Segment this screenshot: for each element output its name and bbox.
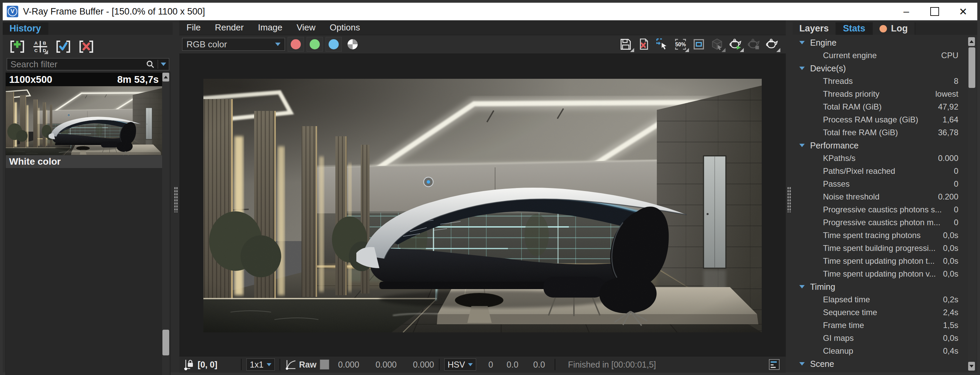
vray-logo-icon: V (7, 6, 18, 17)
history-panel: History A B C D (3, 20, 173, 372)
separator (280, 359, 280, 370)
render-image (204, 79, 762, 332)
green-circle-icon (310, 39, 320, 49)
tab-stats[interactable]: Stats (836, 22, 873, 35)
red-circle-icon (291, 39, 301, 49)
clear-image-button[interactable] (635, 36, 653, 53)
splitter-grip-icon (787, 187, 791, 212)
history-toolbar: A B C D (9, 38, 95, 56)
stats-section-performance[interactable]: Performance (792, 139, 967, 152)
right-splitter[interactable] (786, 20, 792, 372)
remove-image-button[interactable] (78, 38, 95, 55)
menu-item-image[interactable]: Image (251, 20, 290, 35)
stat-row: Progressive caustics photon m...0 (792, 216, 967, 229)
tab-history[interactable]: History (3, 22, 48, 35)
stat-row: Paths/Pixel reached0 (792, 165, 967, 178)
raw-label: Raw (299, 360, 317, 370)
tab-log[interactable]: Log (873, 22, 915, 35)
render-last-button-disabled[interactable] (708, 36, 726, 53)
render-stop-button-disabled[interactable] (745, 36, 763, 53)
blue-circle-icon (329, 39, 339, 49)
close-button[interactable]: ✕ (949, 3, 977, 20)
search-filter-dropdown-icon[interactable] (161, 62, 166, 66)
color-swatch (320, 359, 329, 370)
scroll-down-button[interactable] (968, 362, 975, 370)
search-icon (145, 59, 155, 69)
stat-row: Progressive caustics photons s...0 (792, 203, 967, 216)
more-options-icon (630, 48, 634, 52)
mono-channel-button[interactable] (345, 37, 361, 52)
menu-item-options[interactable]: Options (323, 20, 367, 35)
render-viewport[interactable] (179, 53, 786, 356)
stat-row: Elapsed time0,2s (792, 293, 967, 306)
color-space-dropdown[interactable]: HSV (444, 358, 476, 370)
raw-b-value: 0.000 (413, 360, 434, 370)
ab-compare-button[interactable]: A B C D (32, 38, 49, 55)
accept-image-button[interactable] (55, 38, 72, 55)
history-item-resolution: 1100x500 (9, 74, 52, 85)
maximize-button[interactable] (920, 3, 949, 20)
menu-item-render[interactable]: Render (208, 20, 251, 35)
collapse-triangle-icon[interactable] (799, 285, 805, 288)
stats-section-engine[interactable]: Engine (792, 36, 967, 49)
channel-dropdown[interactable]: RGB color (182, 38, 285, 51)
separator (241, 359, 242, 370)
green-channel-button[interactable] (307, 37, 323, 52)
pixel-coordinates: [0, 0] (197, 360, 217, 370)
collapse-triangle-icon[interactable] (799, 144, 805, 147)
raw-r-value: 0.000 (338, 360, 360, 370)
scrollbar-thumb[interactable] (162, 330, 169, 355)
scrollbar-thumb[interactable] (969, 47, 975, 88)
stats-scrollbar[interactable] (968, 37, 976, 370)
stat-row: Total free RAM (GiB)36,78 (792, 126, 967, 139)
remove-x-icon (78, 38, 95, 55)
pixel-zoom-dropdown[interactable]: 1x1 (247, 358, 274, 370)
history-scrollbar[interactable] (162, 73, 170, 375)
collapse-triangle-icon[interactable] (799, 67, 805, 70)
blue-channel-button[interactable] (326, 37, 342, 52)
red-channel-button[interactable] (288, 37, 304, 52)
history-tabbar: History (3, 22, 173, 35)
minimize-button[interactable]: – (892, 3, 920, 20)
stats-section-scene[interactable]: Scene (792, 358, 967, 370)
tone-curve-icon (285, 359, 296, 370)
titlebar[interactable]: V V-Ray Frame Buffer - [150.0% of 1100 x… (3, 3, 977, 20)
stamp-toggle-button[interactable] (768, 358, 780, 370)
stat-row: Time spent tracing photons0,0s (792, 229, 967, 242)
save-image-button[interactable] (617, 36, 635, 53)
accept-check-icon (55, 38, 72, 55)
stat-row: Noise threshold0.200 (792, 191, 967, 203)
history-item-time: 8m 53,7s (117, 74, 159, 85)
history-item[interactable]: 1100x500 8m 53,7s (6, 73, 162, 168)
history-item-thumbnail (6, 86, 162, 155)
scroll-up-button[interactable] (968, 37, 975, 46)
scroll-up-button[interactable] (162, 73, 169, 81)
arrow-up-icon (969, 40, 974, 43)
stats-panel: LayersStatsLog EngineCurrent engineCPUDe… (792, 20, 977, 372)
search-input[interactable] (7, 59, 145, 70)
tab-layers[interactable]: Layers (792, 22, 836, 35)
more-options-icon (685, 48, 689, 52)
stat-row: GI maps0,0s (792, 332, 967, 345)
maximize-icon (930, 7, 939, 16)
show-frame-button[interactable] (690, 36, 708, 53)
history-list: 1100x500 8m 53,7s (5, 72, 170, 375)
history-search (7, 58, 169, 70)
save-to-history-button[interactable] (9, 38, 26, 55)
left-splitter[interactable] (173, 20, 179, 372)
zoom-50-button[interactable]: 50% (671, 36, 690, 53)
checker-sphere-icon (348, 39, 358, 49)
render-start-button[interactable] (726, 36, 745, 53)
menu-item-view[interactable]: View (290, 20, 323, 35)
collapse-triangle-icon[interactable] (799, 41, 805, 44)
separator (555, 359, 555, 370)
ab-compare-more-icon (44, 50, 48, 54)
hsv-s-value: 0.0 (507, 360, 519, 370)
stats-section-timing[interactable]: Timing (792, 280, 967, 293)
menu-item-file[interactable]: File (179, 20, 208, 35)
collapse-triangle-icon[interactable] (799, 362, 805, 365)
region-render-button[interactable] (653, 36, 671, 53)
render-button[interactable] (763, 36, 781, 53)
stats-section-device-s-[interactable]: Device(s) (792, 62, 967, 75)
more-options-icon (721, 48, 725, 52)
